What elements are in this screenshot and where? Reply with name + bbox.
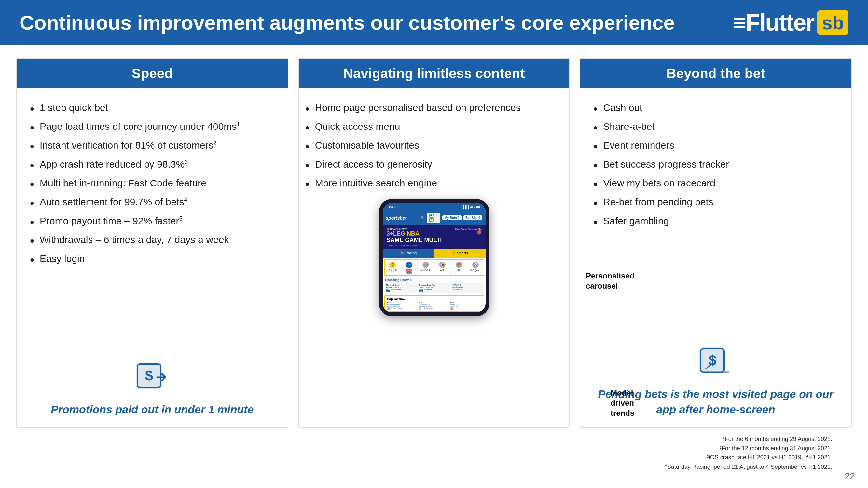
qa-mates-label: Mates [406, 272, 412, 274]
event-2-title: Moscow Liga Pro [419, 284, 449, 286]
event-1-time: 5m [386, 290, 391, 292]
search-icon: 🔍 [421, 216, 425, 220]
slide: Continuous improvement augments our cust… [0, 0, 868, 488]
logo-sb: sb [817, 10, 848, 35]
promo-section: $ Promotions paid out in under 1 minute [30, 350, 275, 417]
pending-icon: $ [696, 344, 735, 380]
qa-multibuild-label: MultiBuild... [420, 269, 432, 271]
popular-card-2: AFL Port Adelaide v Western Bulldogs 🔁 1… [419, 301, 450, 310]
sports-tab[interactable]: 🏆 Sports [434, 249, 486, 258]
speed-bullet-6: Auto settlement for 99.7% of bets4 [30, 193, 275, 212]
speed-bullet-4: App crash rate reduced by 98.3%3 [30, 155, 275, 174]
phone-tabs: 🏇 Racing 🏆 Sports [383, 249, 486, 258]
qa-afl-label: AFL [440, 269, 444, 271]
beyond-header: Beyond the bet [580, 59, 851, 89]
nav-column: Navigating limitless content Home page p… [298, 58, 570, 428]
event-1-title: Mens US Open [386, 284, 416, 286]
nba-title: 3+LEG NBA [386, 231, 442, 237]
nrl-icon: 🏉 [456, 262, 462, 268]
racing-tab[interactable]: 🏇 Racing [383, 249, 434, 258]
nav-bullet-3: Customisable favourites [305, 136, 563, 155]
speed-bullet-5: Multi bet in-running: Fast Code feature [30, 174, 275, 193]
header-title: Continuous improvement augments our cust… [20, 11, 675, 34]
qa-mates[interactable]: 👥 NEW Mates [401, 260, 417, 275]
event-3-match2: Champions [452, 288, 482, 290]
phone-nav-right: 🔍 $41.65 12 My Bets 2 Bet Slip 0 [421, 213, 482, 223]
speed-bullet-2: Page load times of core journey under 40… [30, 117, 275, 136]
betslip-badge: Bet Slip 0 [463, 215, 482, 220]
speed-bullet-list: 1 step quick bet Page load times of core… [30, 98, 275, 268]
balance-badge: $41.65 12 [427, 213, 441, 223]
qa-wcquals-label: WC Quals [470, 269, 481, 271]
nav-bullet-list: Home page personalised based on preferen… [305, 98, 563, 193]
model-annotation: Modeldriventrends [611, 388, 634, 418]
speed-bullet-9: Easy login [30, 249, 275, 268]
speed-bullet-1: 1 step quick bet [30, 98, 275, 117]
qa-nrl[interactable]: 🏉 NRL [451, 260, 467, 275]
qa-nrl-label: NRL [457, 269, 461, 271]
popular-card-3: NRL Penrith Pa... South Syd... 🔁 11 [451, 301, 481, 310]
qa-multibuild[interactable]: 🎰 MultiBuild... [417, 260, 434, 275]
specials-icon: $ [389, 262, 396, 268]
popular-card-1: NRL Melbourne Storm v Manly Sea Eagles 🔁… [387, 301, 418, 310]
beyond-bullet-3: Event reminders [593, 136, 838, 155]
speed-body: 1 step quick bet Page load times of core… [17, 89, 288, 427]
nba-promo-text: 1 Leg Fails, up to $50 BACK in Bonus Bet… [386, 244, 442, 246]
logo-flutter: ≡Flutter [733, 9, 814, 36]
wcquals-icon: ⚽ [472, 262, 479, 268]
footnote-2: ²For the 12 months ending 31 August 2021… [16, 444, 832, 453]
nav-bullet-1: Home page personalised based on preferen… [305, 98, 563, 117]
phone-mockup: 3:48 ▐▐▐ 4G ■■ sportsbet 🔍 $41.65 12 [379, 199, 490, 316]
speed-column: Speed 1 step quick bet Page load times o… [16, 58, 288, 428]
popular-now-section: Popular Now NRL Melbourne Storm v Manly … [384, 295, 484, 312]
phone-screen: 3:48 ▐▐▐ 4G ■■ sportsbet 🔍 $41.65 12 [383, 203, 486, 312]
quick-access-row: $ Specials 👥 NEW Mates [384, 259, 484, 276]
phone-time: 3:48 [388, 205, 395, 209]
beyond-body: Cash out Share-a-bet Event reminders Bet… [580, 89, 851, 427]
nav-bullet-5: More intuitive search engine [305, 174, 563, 193]
phone-status-bar: 3:48 ▐▐▐ 4G ■■ [383, 203, 486, 211]
personalised-annotation: Personalisedcarousel [586, 271, 634, 291]
nav-body: Home page personalised based on preferen… [299, 89, 569, 427]
multibuild-icon: 🎰 [423, 262, 429, 268]
upcoming-card-1: Mens US Open Frances Tiafoe v Felix Auge… [385, 283, 417, 293]
upcoming-grid: Mens US Open Frances Tiafoe v Felix Auge… [385, 283, 483, 293]
phone-banner: 🏀 NBA PLAYOFFS 3+LEG NBA SAME GAME MULTI… [383, 225, 486, 249]
qa-specials-label: Specials [388, 269, 397, 271]
upcoming-section: Upcoming Sports > Mens US Open Frances T… [383, 277, 486, 295]
pop-2-time: 🔁 11 Sep 19:40 [419, 307, 450, 310]
mates-icon: 👥 [406, 262, 412, 268]
columns: Speed 1 step quick bet Page load times o… [16, 58, 852, 428]
popular-grid: NRL Melbourne Storm v Manly Sea Eagles 🔁… [387, 301, 481, 310]
event-3-title: NCAAF Ch [452, 284, 482, 286]
phone-wrapper: 3:48 ▐▐▐ 4G ■■ sportsbet 🔍 $41.65 12 [305, 199, 563, 417]
beyond-bullet-2: Share-a-bet [593, 117, 838, 136]
upcoming-card-2: Moscow Liga Pro Sidorin, Valery v Zhurba… [418, 283, 450, 293]
speed-bullet-7: Promo payout time – 92% faster5 [30, 212, 275, 230]
main-content: Speed 1 step quick bet Page load times o… [0, 45, 868, 488]
pop-1-time: 🔁 10 Sep 19:50 [387, 307, 418, 310]
nav-bullet-4: Direct access to generosity [305, 155, 563, 174]
beyond-bullet-7: Safer gambling [593, 212, 838, 230]
logo-area: ≡Flutter sb [733, 9, 848, 36]
header: Continuous improvement augments our cust… [0, 0, 868, 45]
popular-title: Popular Now [387, 297, 481, 301]
qa-afl[interactable]: 🏈 AFL [434, 260, 451, 275]
slide-number: 22 [845, 471, 855, 482]
speed-bullet-3: Instant verification for 81% of customer… [30, 136, 275, 155]
upcoming-card-3: NCAAF Ch NCAAF FBS Champions [451, 283, 483, 293]
mates-new-badge: NEW [406, 269, 412, 272]
beyond-bullet-list: Cash out Share-a-bet Event reminders Bet… [593, 98, 838, 230]
nba-subtitle: SAME GAME MULTI [386, 237, 442, 244]
mybets-badge: My Bets 2 [442, 215, 462, 220]
event-1-match2: Felix Auger-Alias... [386, 288, 416, 290]
promo-text: Promotions paid out in under 1 minute [51, 402, 253, 417]
phone-signal: ▐▐▐ 4G ■■ [462, 205, 480, 209]
speed-bullet-8: Withdrawals – 6 times a day, 7 days a we… [30, 230, 275, 249]
nav-header: Navigating limitless content [299, 59, 569, 89]
qa-specials[interactable]: $ Specials [385, 260, 401, 275]
nav-bullet-2: Quick access menu [305, 117, 563, 136]
qa-wcquals[interactable]: ⚽ WC Quals [467, 260, 484, 275]
footnotes: ¹For the 6 months ending 29 August 2021.… [16, 434, 852, 478]
footnote-5: ⁵Saturday Racing, period 21 August to 4 … [16, 462, 832, 472]
